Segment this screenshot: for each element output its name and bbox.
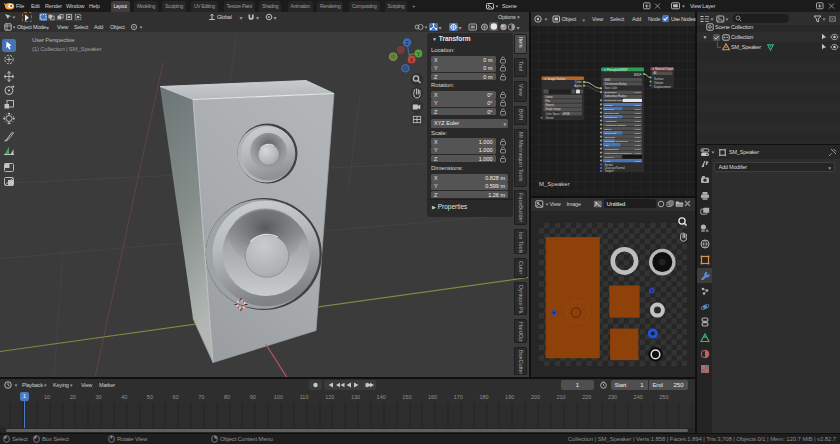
svg-text:0.000: 0.000 bbox=[634, 91, 641, 94]
svg-text:All: All bbox=[653, 71, 656, 75]
svg-text:Alpha: Alpha bbox=[574, 84, 582, 88]
svg-text:Transmission Roughness: Transmission Roughness bbox=[604, 152, 632, 155]
svg-text:Alpha: Alpha bbox=[604, 160, 611, 163]
svg-text:Specular Tint: Specular Tint bbox=[604, 112, 618, 115]
svg-text:Sheen: Sheen bbox=[604, 128, 612, 131]
svg-text:0.000: 0.000 bbox=[634, 128, 641, 131]
svg-text:▼ Material Output: ▼ Material Output bbox=[652, 67, 673, 71]
svg-text:1.000: 1.000 bbox=[634, 160, 641, 163]
svg-text:0.500: 0.500 bbox=[634, 108, 641, 111]
svg-text:GGX: GGX bbox=[604, 78, 610, 82]
svg-text:0.000: 0.000 bbox=[634, 148, 641, 151]
svg-text:Metallic: Metallic bbox=[604, 104, 613, 107]
svg-text:Single Image: Single Image bbox=[545, 107, 561, 111]
svg-text:BSDF: BSDF bbox=[634, 73, 642, 77]
svg-text:0.000: 0.000 bbox=[634, 136, 641, 139]
svg-text:X: X bbox=[410, 56, 414, 62]
svg-text:Clearcoat Roughness: Clearcoat Roughness bbox=[604, 140, 628, 143]
svg-text:Normal: Normal bbox=[604, 163, 613, 167]
svg-text:0.500: 0.500 bbox=[634, 116, 641, 119]
svg-text:Transmission: Transmission bbox=[604, 148, 619, 151]
svg-text:Tangent: Tangent bbox=[604, 169, 614, 173]
svg-text:Subsurface Radius: Subsurface Radius bbox=[604, 94, 627, 98]
svg-text:Christensen-Burley: Christensen-Burley bbox=[604, 82, 627, 86]
svg-text:Linear: Linear bbox=[545, 95, 552, 99]
svg-text:Vector: Vector bbox=[545, 116, 553, 120]
svg-text:IOR: IOR bbox=[604, 144, 609, 147]
svg-text:Subsurface: Subsurface bbox=[604, 91, 617, 94]
svg-text:0.000: 0.000 bbox=[634, 112, 641, 115]
svg-text:Clearcoat: Clearcoat bbox=[604, 136, 615, 139]
svg-text:Flat: Flat bbox=[545, 99, 550, 103]
svg-text:▼ Principled BSDF: ▼ Principled BSDF bbox=[603, 68, 627, 72]
svg-text:Subsurface Color: Subsurface Color bbox=[604, 99, 623, 102]
svg-text:0.000: 0.000 bbox=[634, 120, 641, 123]
svg-text:Base Color: Base Color bbox=[604, 86, 617, 90]
svg-text:▼ Image Texture: ▼ Image Texture bbox=[544, 77, 566, 81]
svg-text:Sheen Tint: Sheen Tint bbox=[604, 132, 616, 135]
svg-text:Emission: Emission bbox=[604, 156, 614, 159]
svg-text:Y: Y bbox=[416, 51, 420, 57]
svg-text:Anisotropic Rotation: Anisotropic Rotation bbox=[604, 124, 626, 127]
svg-text:0.000: 0.000 bbox=[634, 152, 641, 155]
svg-text:0.030: 0.030 bbox=[634, 140, 641, 143]
svg-text:sRGB: sRGB bbox=[562, 112, 569, 116]
svg-text:Z: Z bbox=[405, 40, 409, 46]
svg-text:1.450: 1.450 bbox=[634, 144, 641, 147]
svg-text:Anisotropic: Anisotropic bbox=[604, 120, 617, 123]
svg-text:Specular: Specular bbox=[604, 108, 614, 111]
svg-text:Repeat: Repeat bbox=[545, 103, 554, 107]
svg-text:Displacement: Displacement bbox=[654, 85, 671, 89]
svg-text:Roughness: Roughness bbox=[604, 116, 617, 119]
svg-text:0.000: 0.000 bbox=[634, 124, 641, 127]
svg-text:0.500: 0.500 bbox=[634, 132, 641, 135]
svg-text:1.000: 1.000 bbox=[634, 104, 641, 107]
svg-text:M_Speaker: M_Speaker bbox=[539, 181, 570, 187]
